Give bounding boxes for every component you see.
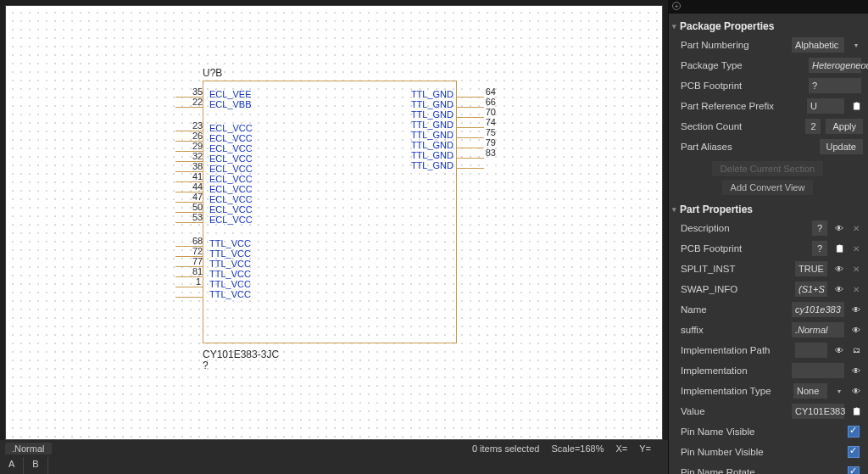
- dropdown-icon[interactable]: [832, 384, 846, 398]
- clipboard-icon[interactable]: [849, 99, 863, 113]
- canvas-column: U?B 35ECL_VEE22ECL_VBB23ECL_VCC26ECL_VCC…: [0, 0, 668, 474]
- pin-name: TTL_VCC: [209, 279, 251, 289]
- row-section-count: Section Count 2 Apply: [672, 117, 863, 136]
- pin-wire: [457, 168, 484, 169]
- label-split-inst: SPLIT_INST: [672, 264, 795, 274]
- pin-right[interactable]: 64TTL_GND: [175, 89, 515, 99]
- pin-left[interactable]: 72TTL_VCC: [175, 248, 515, 259]
- value-description[interactable]: ?: [812, 220, 827, 236]
- pin-number: 74: [486, 117, 496, 127]
- value-suffix[interactable]: .Normal: [792, 322, 844, 337]
- eye-icon[interactable]: [832, 262, 846, 276]
- value-pcb-footprint[interactable]: ?: [809, 78, 861, 93]
- pin-left[interactable]: 44ECL_VCC: [175, 184, 515, 194]
- label-package-type: Package Type: [672, 60, 809, 70]
- clipboard-icon[interactable]: [832, 242, 846, 255]
- pin-left[interactable]: 1TTL_VCC: [175, 279, 515, 289]
- eye-icon[interactable]: [849, 384, 863, 398]
- schematic-canvas[interactable]: U?B 35ECL_VEE22ECL_VBB23ECL_VCC26ECL_VCC…: [5, 5, 663, 440]
- pin-left[interactable]: 68TTL_VCC: [175, 238, 515, 248]
- value-impl-type[interactable]: None: [793, 383, 827, 399]
- eye-icon[interactable]: [832, 282, 846, 296]
- panel-header: +: [669, 0, 868, 14]
- update-button[interactable]: Update: [820, 139, 863, 154]
- pin-left[interactable]: 41ECL_VCC: [175, 174, 515, 184]
- eye-icon[interactable]: [849, 364, 863, 377]
- value-pcb-footprint-2[interactable]: ?: [812, 241, 827, 256]
- pin-left[interactable]: TTL_VCC: [175, 289, 515, 299]
- pin-right[interactable]: 66TTL_GND: [175, 99, 515, 109]
- pin-left[interactable]: 81TTL_VCC: [175, 269, 515, 279]
- value-name[interactable]: cy101e383: [792, 302, 844, 317]
- label-suffix: suffix: [672, 325, 792, 335]
- schematic-part[interactable]: U?B 35ECL_VEE22ECL_VBB23ECL_VCC26ECL_VCC…: [175, 74, 515, 362]
- section-tab-b[interactable]: B: [24, 457, 47, 474]
- label-impl-type: Implementation Type: [672, 386, 793, 396]
- remove-icon[interactable]: [849, 242, 863, 255]
- panel-collapse-icon[interactable]: +: [672, 2, 681, 10]
- delete-section-button[interactable]: Delete Current Section: [712, 161, 823, 176]
- pin-name: TTL_GND: [411, 89, 453, 99]
- status-mode: .Normal: [5, 443, 52, 454]
- label-ref-prefix: Part Reference Prefix: [672, 101, 807, 111]
- pin-number: 47: [192, 192, 201, 202]
- clipboard-icon[interactable]: [849, 404, 863, 418]
- value-swap-info[interactable]: (S1+S: [795, 282, 827, 297]
- remove-icon[interactable]: [849, 221, 863, 235]
- remove-icon[interactable]: [849, 262, 863, 276]
- dropdown-icon[interactable]: [849, 38, 863, 52]
- checkbox-pin-name-rotate[interactable]: [848, 466, 860, 474]
- status-selection: 0 items selected: [472, 443, 539, 454]
- eye-icon[interactable]: [849, 323, 863, 337]
- apply-button[interactable]: Apply: [826, 119, 863, 134]
- value-package-type[interactable]: Heterogeneous: [809, 58, 861, 73]
- value-ref-prefix[interactable]: U: [807, 98, 844, 114]
- checkbox-pin-number-visible[interactable]: [848, 446, 860, 458]
- pin-number: 53: [192, 212, 201, 222]
- section-tab-a[interactable]: A: [0, 457, 24, 474]
- browse-icon[interactable]: [849, 343, 863, 357]
- row-value: Value CY101E383: [672, 402, 863, 421]
- pin-right[interactable]: 70TTL_GND: [175, 109, 515, 120]
- status-scale: Scale=168%: [551, 443, 604, 454]
- value-value[interactable]: CY101E383: [792, 404, 844, 419]
- value-impl-path[interactable]: [795, 343, 827, 358]
- eye-icon[interactable]: [832, 343, 846, 357]
- pin-left[interactable]: 77TTL_VCC: [175, 259, 515, 269]
- pin-right[interactable]: 79TTL_GND: [175, 140, 515, 150]
- status-bar: .Normal 0 items selected Scale=168% X= Y…: [0, 440, 668, 457]
- label-value: Value: [672, 406, 792, 416]
- row-pcb-footprint-2: PCB Footprint ?: [672, 239, 863, 258]
- pin-right[interactable]: TTL_GND: [175, 160, 515, 170]
- value-section-count[interactable]: 2: [805, 119, 821, 134]
- row-part-aliases: Part Aliases Update: [672, 137, 863, 156]
- part-properties-header[interactable]: Part Properties: [672, 204, 863, 215]
- pin-right[interactable]: 75TTL_GND: [175, 130, 515, 140]
- row-pin-number-visible: Pin Number Visible: [672, 443, 863, 461]
- canvas-wrap: U?B 35ECL_VEE22ECL_VBB23ECL_VCC26ECL_VCC…: [0, 0, 668, 440]
- pin-left[interactable]: 47ECL_VCC: [175, 194, 515, 204]
- checkbox-pin-name-visible[interactable]: [848, 426, 860, 438]
- pin-right[interactable]: 83TTL_GND: [175, 150, 515, 160]
- pin-number: 77: [192, 256, 201, 266]
- part-unknown-label: ?: [203, 360, 279, 371]
- eye-icon[interactable]: [832, 221, 846, 235]
- pin-wire: [457, 148, 484, 148]
- remove-icon[interactable]: [849, 282, 863, 296]
- pin-wire: [457, 107, 484, 108]
- pin-number: 1: [192, 276, 201, 287]
- add-convert-view-button[interactable]: Add Convert View: [722, 180, 814, 195]
- pin-right[interactable]: 74TTL_GND: [175, 120, 515, 130]
- pin-name: ECL_VCC: [209, 215, 253, 225]
- pin-left[interactable]: 50ECL_VCC: [175, 204, 515, 215]
- pin-left[interactable]: 53ECL_VCC: [175, 215, 515, 225]
- pin-name: ECL_VCC: [209, 194, 253, 204]
- label-pin-name-rotate: Pin Name Rotate: [672, 467, 848, 474]
- package-properties-header[interactable]: Package Properties: [672, 20, 863, 32]
- pin-number: 70: [486, 107, 496, 117]
- eye-icon[interactable]: [849, 303, 863, 316]
- value-part-numbering[interactable]: Alphabetic: [792, 37, 844, 53]
- value-implementation[interactable]: [792, 363, 844, 378]
- pin-name: TTL_GND: [411, 120, 453, 130]
- value-split-inst[interactable]: TRUE: [795, 261, 827, 276]
